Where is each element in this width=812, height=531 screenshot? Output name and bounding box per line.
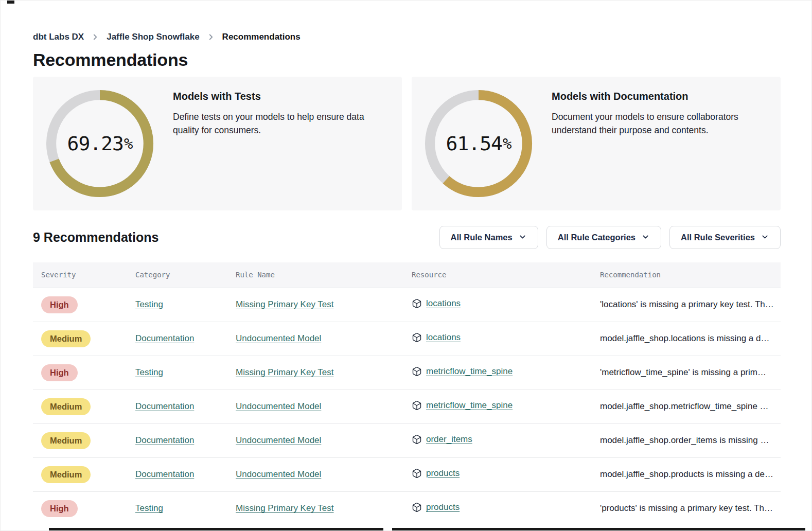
rule-name-link[interactable]: Undocumented Model xyxy=(236,435,321,445)
cutoff-next-row-artifact xyxy=(49,528,383,531)
table-row: Medium Documentation Undocumented Model … xyxy=(33,457,781,491)
models-with-tests-card: 69.23% Models with Tests Define tests on… xyxy=(33,77,402,210)
recommendation-text: model.jaffle_shop.metricflow_time_spine … xyxy=(600,401,781,412)
recommendation-text: 'metricflow_time_spine' is missing a pri… xyxy=(600,367,781,378)
recommendation-text: model.jaffle_shop.locations is missing a… xyxy=(600,333,781,344)
breadcrumb-item-dbt-labs-dx[interactable]: dbt Labs DX xyxy=(33,32,84,42)
chevron-down-icon xyxy=(518,232,527,243)
rule-name-link[interactable]: Undocumented Model xyxy=(236,469,321,479)
card-description: Document your models to ensure collabora… xyxy=(552,110,768,137)
cube-icon xyxy=(412,298,422,309)
severity-badge: Medium xyxy=(41,398,91,415)
column-header-category: Category xyxy=(127,262,227,288)
breadcrumb: dbt Labs DX Jaffle Shop Snowflake Recomm… xyxy=(33,32,781,42)
rule-name-link[interactable]: Missing Primary Key Test xyxy=(236,367,334,377)
category-link[interactable]: Documentation xyxy=(135,401,194,411)
category-link[interactable]: Testing xyxy=(135,503,163,513)
chevron-right-icon xyxy=(91,32,100,42)
filter-bar: All Rule Names All Rule Categories All R… xyxy=(439,226,781,249)
top-left-artifact xyxy=(7,0,14,4)
models-with-documentation-percentage: 61.54% xyxy=(424,86,533,201)
severity-badge: High xyxy=(41,500,78,517)
rule-name-link[interactable]: Undocumented Model xyxy=(236,333,321,343)
models-with-tests-donut: 69.23% xyxy=(45,86,154,201)
column-header-rule-name: Rule Name xyxy=(227,262,403,288)
rule-categories-filter-dropdown[interactable]: All Rule Categories xyxy=(546,226,661,249)
cube-icon xyxy=(412,434,422,445)
chevron-right-icon xyxy=(206,32,216,42)
rule-name-link[interactable]: Missing Primary Key Test xyxy=(236,503,334,513)
resource-link[interactable]: metricflow_time_spine xyxy=(426,366,513,377)
recommendation-text: model.jaffle_shop.products is missing a … xyxy=(600,469,781,480)
chevron-down-icon xyxy=(761,232,769,243)
cube-icon xyxy=(412,366,422,377)
resource-link[interactable]: locations xyxy=(426,332,461,343)
rule-name-link[interactable]: Missing Primary Key Test xyxy=(236,299,334,309)
recommendations-count-heading: 9 Recommendations xyxy=(33,230,159,245)
table-row: High Testing Missing Primary Key Test lo… xyxy=(33,288,781,322)
filter-label: All Rule Names xyxy=(451,233,513,242)
resource-link[interactable]: products xyxy=(426,502,460,512)
table-header-row: Severity Category Rule Name Resource Rec… xyxy=(33,262,781,288)
recommendations-list-header: 9 Recommendations All Rule Names All Rul… xyxy=(33,226,781,249)
metric-cards: 69.23% Models with Tests Define tests on… xyxy=(33,77,781,210)
table-row: Medium Documentation Undocumented Model … xyxy=(33,322,781,356)
resource-link[interactable]: metricflow_time_spine xyxy=(426,400,513,411)
category-link[interactable]: Documentation xyxy=(135,435,194,445)
table-row: High Testing Missing Primary Key Test pr… xyxy=(33,491,781,525)
recommendation-text: 'products' is missing a primary key test… xyxy=(600,503,781,514)
models-with-tests-percentage: 69.23% xyxy=(45,86,154,201)
models-with-documentation-donut: 61.54% xyxy=(424,86,533,201)
rule-severities-filter-dropdown[interactable]: All Rule Severities xyxy=(669,226,781,249)
cube-icon xyxy=(412,468,422,479)
cube-icon xyxy=(412,502,422,512)
cutoff-next-row-artifact xyxy=(392,528,805,531)
category-link[interactable]: Testing xyxy=(135,367,163,377)
chevron-down-icon xyxy=(641,232,650,243)
severity-badge: Medium xyxy=(41,466,91,483)
table-row: Medium Documentation Undocumented Model … xyxy=(33,423,781,457)
filter-label: All Rule Severities xyxy=(681,233,755,242)
resource-link[interactable]: locations xyxy=(426,298,461,309)
rule-name-link[interactable]: Undocumented Model xyxy=(236,401,321,411)
severity-badge: Medium xyxy=(41,432,91,449)
card-title: Models with Tests xyxy=(173,91,390,102)
recommendation-text: 'locations' is missing a primary key tes… xyxy=(600,299,781,310)
cube-icon xyxy=(412,400,422,411)
filter-label: All Rule Categories xyxy=(558,233,636,242)
category-link[interactable]: Documentation xyxy=(135,333,194,343)
table-row: High Testing Missing Primary Key Test me… xyxy=(33,356,781,390)
column-header-severity: Severity xyxy=(33,262,127,288)
category-link[interactable]: Documentation xyxy=(135,469,194,479)
recommendations-page: dbt Labs DX Jaffle Shop Snowflake Recomm… xyxy=(0,0,812,525)
card-title: Models with Documentation xyxy=(552,91,768,102)
table-row: Medium Documentation Undocumented Model … xyxy=(33,390,781,423)
cube-icon xyxy=(412,332,422,343)
recommendations-table: Severity Category Rule Name Resource Rec… xyxy=(33,262,781,525)
resource-link[interactable]: order_items xyxy=(426,434,472,445)
breadcrumb-item-jaffle-shop-snowflake[interactable]: Jaffle Shop Snowflake xyxy=(107,32,199,42)
card-description: Define tests on your models to help ensu… xyxy=(173,110,390,137)
column-header-recommendation: Recommendation xyxy=(592,262,781,288)
severity-badge: High xyxy=(41,296,78,313)
severity-badge: High xyxy=(41,364,78,381)
rule-names-filter-dropdown[interactable]: All Rule Names xyxy=(439,226,538,249)
models-with-documentation-card: 61.54% Models with Documentation Documen… xyxy=(412,77,781,210)
breadcrumb-item-recommendations: Recommendations xyxy=(222,32,301,42)
category-link[interactable]: Testing xyxy=(135,299,163,309)
resource-link[interactable]: products xyxy=(426,468,460,479)
severity-badge: Medium xyxy=(41,330,91,347)
recommendation-text: model.jaffle_shop.order_items is missing… xyxy=(600,435,781,446)
column-header-resource: Resource xyxy=(403,262,592,288)
page-title: Recommendations xyxy=(33,50,781,70)
